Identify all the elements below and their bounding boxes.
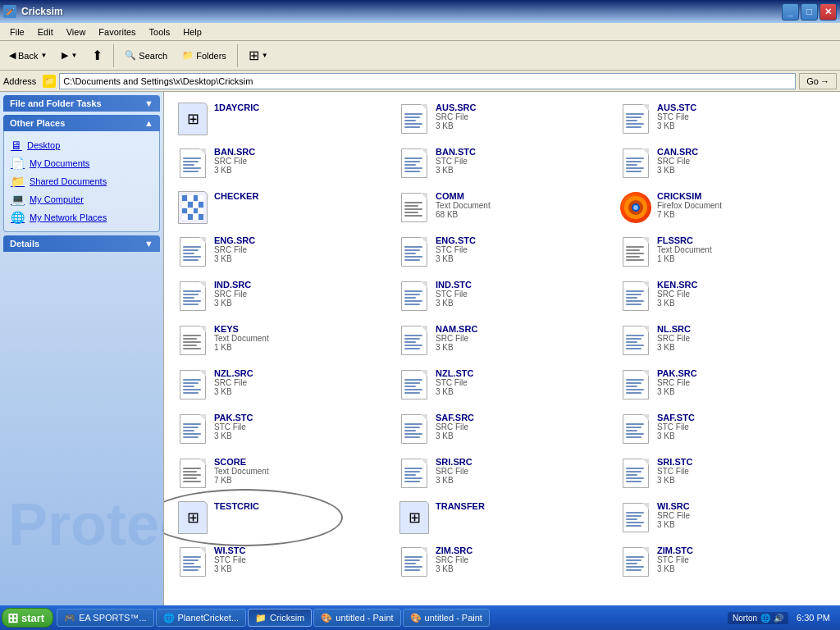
close-button[interactable]: ✕ [819, 3, 837, 21]
taskbar-item-planetcricket[interactable]: 🌐 PlanetCricket... [156, 609, 247, 627]
file-icon [398, 191, 431, 224]
file-info: NZL.SRCSRC File3 KB [214, 368, 385, 396]
file-folder-tasks-header[interactable]: File and Folder Tasks ▼ [3, 95, 160, 112]
file-type: Firefox Document [657, 201, 828, 210]
file-item-keys[interactable]: KEYSText Document1 KB [171, 320, 390, 363]
file-icon [176, 368, 209, 401]
file-size: 3 KB [657, 299, 828, 308]
file-icon [398, 147, 431, 180]
address-input[interactable] [59, 73, 796, 89]
file-item-cricksim[interactable]: CRICKSIMFirefox Document7 KB [614, 187, 833, 230]
file-item-comm[interactable]: COMMText Document68 KB [392, 187, 612, 230]
file-item-eng.stc[interactable]: ENG.STCSTC File3 KB [392, 231, 612, 274]
file-size: 3 KB [436, 121, 606, 130]
file-item-flssrc[interactable]: FLSSRCText Document1 KB [614, 231, 833, 274]
file-item-pak.src[interactable]: PAK.SRCSRC File3 KB [614, 364, 833, 407]
maximize-button[interactable]: □ [801, 3, 818, 21]
src-icon [401, 459, 427, 488]
up-button[interactable]: ⬆ [86, 44, 108, 66]
taskbar-item-paint2[interactable]: 🎨 untitled - Paint [403, 609, 490, 627]
views-button[interactable]: ⊞ ▼ [243, 44, 274, 66]
src-icon [180, 370, 206, 399]
file-size: 3 KB [657, 564, 828, 573]
file-info: WI.SRCSRC File3 KB [657, 501, 828, 529]
file-item-transfer[interactable]: ⊞TRANSFER [392, 497, 612, 540]
file-size: 3 KB [214, 431, 385, 441]
link-my-network-places[interactable]: 🌐 My Network Places [9, 208, 154, 226]
file-item-ban.stc[interactable]: BAN.STCSTC File3 KB [392, 143, 612, 185]
file-icon [176, 191, 209, 224]
file-name: SRI.STC [657, 457, 828, 467]
link-desktop[interactable]: 🖥 Desktop [9, 136, 154, 154]
file-item-ind.stc[interactable]: IND.STCSTC File3 KB [392, 276, 612, 318]
forward-dropdown-icon[interactable]: ▼ [71, 52, 77, 59]
menu-tools[interactable]: Tools [143, 25, 177, 39]
file-item-testcric[interactable]: ⊞TESTCRIC [171, 497, 390, 540]
go-button[interactable]: Go → [799, 73, 837, 89]
address-label: Address [3, 76, 39, 86]
file-item-nzl.src[interactable]: NZL.SRCSRC File3 KB [171, 364, 390, 407]
menu-edit[interactable]: Edit [31, 25, 60, 39]
file-item-aus.src[interactable]: AUS.SRCSRC File3 KB [392, 98, 612, 141]
file-item-can.src[interactable]: CAN.SRCSRC File3 KB [614, 143, 833, 185]
folders-button[interactable]: 📁 Folders [176, 47, 232, 64]
menu-favorites[interactable]: Favorites [92, 25, 142, 39]
file-item-ken.src[interactable]: KEN.SRCSRC File3 KB [614, 276, 833, 318]
file-item-sri.stc[interactable]: SRI.STCSTC File3 KB [614, 453, 833, 495]
file-name: FLSSRC [657, 235, 828, 245]
firefox-icon [620, 192, 651, 223]
file-info: BAN.STCSTC File3 KB [436, 147, 606, 175]
file-icon [619, 546, 652, 578]
file-icon [619, 413, 652, 445]
app-icon: 🏏 [3, 5, 16, 18]
details-collapse-icon: ▼ [144, 239, 153, 249]
link-my-documents[interactable]: 📄 My Documents [9, 154, 154, 172]
details-header[interactable]: Details ▼ [3, 235, 160, 252]
back-button[interactable]: ◀ Back ▼ [3, 47, 52, 64]
start-button[interactable]: ⊞ start [2, 608, 53, 628]
src-icon [401, 148, 427, 178]
file-item-nam.src[interactable]: NAM.SRCSRC File3 KB [392, 320, 612, 363]
file-item-score[interactable]: SCOREText Document7 KB [171, 453, 390, 495]
taskbar-item-paint1[interactable]: 🎨 untitled - Paint [313, 609, 400, 627]
file-item-ind.src[interactable]: IND.SRCSRC File3 KB [171, 276, 390, 318]
file-type: STC File [436, 378, 606, 387]
back-dropdown-icon[interactable]: ▼ [40, 52, 47, 59]
file-item-zim.src[interactable]: ZIM.SRCSRC File3 KB [392, 541, 612, 584]
file-item-nzl.stc[interactable]: NZL.STCSTC File3 KB [392, 364, 612, 407]
file-item-sri.src[interactable]: SRI.SRCSRC File3 KB [392, 453, 612, 495]
file-item-ban.src[interactable]: BAN.SRCSRC File3 KB [171, 143, 390, 185]
forward-button[interactable]: ▶ ▼ [56, 47, 83, 64]
taskbar-item-cricksim[interactable]: 📁 Cricksim [248, 609, 312, 627]
file-icon [176, 235, 209, 268]
minimize-button[interactable]: _ [782, 3, 799, 21]
views-dropdown-icon[interactable]: ▼ [262, 52, 268, 59]
menu-help[interactable]: Help [176, 25, 208, 39]
file-item-1daycric[interactable]: ⊞1DAYCRIC [171, 98, 390, 141]
link-shared-documents[interactable]: 📁 Shared Documents [9, 172, 154, 190]
file-size: 1 KB [214, 343, 385, 352]
toolbar-separator-2 [237, 44, 238, 67]
src-icon [180, 414, 206, 444]
file-item-wi.stc[interactable]: WI.STCSTC File3 KB [171, 541, 390, 584]
file-item-aus.stc[interactable]: AUS.STCSTC File3 KB [614, 98, 833, 141]
link-my-computer[interactable]: 💻 My Computer [9, 190, 154, 208]
search-button[interactable]: 🔍 Search [119, 47, 173, 64]
window-controls: _ □ ✕ [782, 3, 837, 21]
file-item-zim.stc[interactable]: ZIM.STCSTC File3 KB [614, 541, 833, 584]
menu-file[interactable]: File [3, 25, 31, 39]
file-size: 1 KB [657, 254, 828, 263]
file-item-saf.src[interactable]: SAF.SRCSRC File3 KB [392, 409, 612, 451]
file-item-checker[interactable]: CHECKER [171, 187, 390, 230]
content-area[interactable]: ⊞1DAYCRICAUS.SRCSRC File3 KBAUS.STCSTC F… [164, 92, 840, 607]
toolbar: ◀ Back ▼ ▶ ▼ ⬆ 🔍 Search 📁 Folders ⊞ ▼ [0, 41, 840, 71]
file-item-pak.stc[interactable]: PAK.STCSTC File3 KB [171, 409, 390, 451]
file-item-wi.src[interactable]: WI.SRCSRC File3 KB [614, 497, 833, 540]
file-item-nl.src[interactable]: NL.SRCSRC File3 KB [614, 320, 833, 363]
file-item-eng.src[interactable]: ENG.SRCSRC File3 KB [171, 231, 390, 274]
collapse-icon: ▼ [144, 98, 153, 108]
file-item-saf.stc[interactable]: SAF.STCSTC File3 KB [614, 409, 833, 451]
taskbar-item-easports[interactable]: 🎮 EA SPORTS™... [57, 609, 153, 627]
other-places-header[interactable]: Other Places ▲ [3, 115, 160, 131]
menu-view[interactable]: View [60, 25, 93, 39]
